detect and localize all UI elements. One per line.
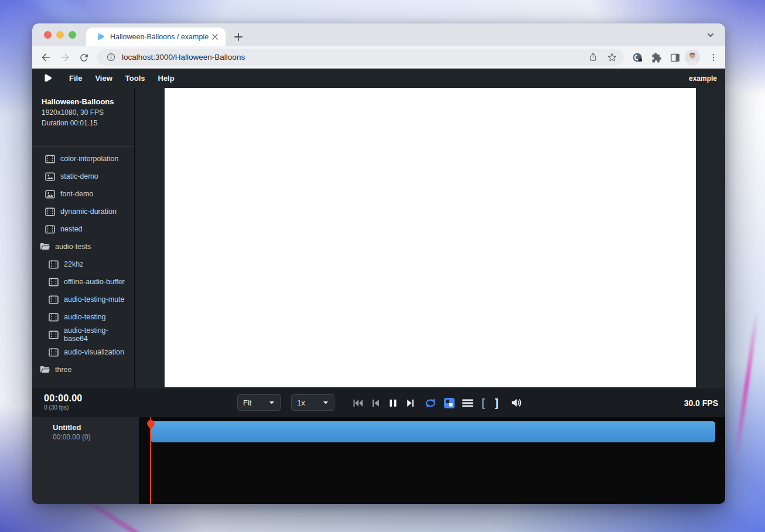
- film-icon: [49, 295, 59, 304]
- composition-item[interactable]: 22khz: [32, 255, 134, 273]
- speed-select-value: 1x: [297, 398, 305, 407]
- playhead-line[interactable]: [150, 417, 151, 504]
- back-button[interactable]: [39, 51, 52, 64]
- composition-item[interactable]: color-interpolation: [32, 150, 134, 168]
- film-icon: [49, 260, 59, 269]
- film-icon: [49, 313, 59, 322]
- timecode-value: 00:00.00: [44, 393, 83, 404]
- playback-speed-select[interactable]: 1x: [291, 394, 334, 411]
- address-bar[interactable]: localhost:3000/Halloween-Balloons: [97, 49, 624, 66]
- browser-tab[interactable]: Halloween-Balloons / example: [86, 28, 226, 46]
- compositions-sidebar: Halloween-Balloons 1920x1080, 30 FPS Dur…: [32, 88, 135, 388]
- next-frame-button[interactable]: [405, 396, 416, 410]
- film-icon: [45, 225, 55, 234]
- profile-avatar[interactable]: [685, 50, 700, 65]
- timeline-track-area[interactable]: [139, 417, 725, 504]
- composition-item[interactable]: font-demo: [32, 185, 134, 203]
- folder-open-icon: [40, 366, 50, 374]
- tab-title: Halloween-Balloons / example: [110, 33, 210, 41]
- new-tab-button[interactable]: [231, 30, 245, 44]
- menu-file[interactable]: File: [63, 70, 88, 86]
- loop-toggle-icon[interactable]: [424, 396, 437, 410]
- preview-area: [135, 88, 725, 388]
- composition-label: font-demo: [60, 190, 93, 198]
- volume-icon[interactable]: [510, 396, 523, 410]
- window-maximize-button[interactable]: [69, 31, 76, 39]
- chevron-down-icon: [269, 401, 275, 405]
- menu-tools[interactable]: Tools: [119, 70, 152, 86]
- composition-item[interactable]: audio-testing-mute: [32, 291, 134, 308]
- timecode-display: 00:00.00 0 (30 fps): [44, 393, 83, 411]
- site-info-icon[interactable]: [105, 52, 117, 63]
- composition-item[interactable]: audio-testing-base64: [32, 326, 134, 343]
- url-text: localhost:3000/Halloween-Balloons: [122, 53, 587, 62]
- extensions-puzzle-icon[interactable]: [650, 51, 662, 64]
- composition-canvas[interactable]: [165, 88, 696, 387]
- folder-item[interactable]: three: [32, 361, 134, 378]
- composition-title: Halloween-Balloons: [42, 97, 126, 106]
- password-extension-icon[interactable]: [631, 51, 644, 64]
- menu-view[interactable]: View: [88, 70, 118, 86]
- track-header: Untitled 00:00.00 (0): [32, 417, 139, 504]
- film-icon: [49, 278, 59, 287]
- composition-label: audio-testing-base64: [64, 326, 129, 343]
- composition-label: audio-testing-mute: [64, 295, 125, 303]
- tab-search-chevron-icon[interactable]: [705, 30, 716, 40]
- composition-item[interactable]: static-demo: [32, 168, 134, 185]
- previous-frame-button[interactable]: [370, 396, 381, 410]
- frame-info: 0 (30 fps): [44, 404, 83, 411]
- main-area: Halloween-Balloons 1920x1080, 30 FPS Dur…: [32, 88, 725, 388]
- studio-menu-bar: File View Tools Help example: [32, 69, 725, 88]
- composition-label: nested: [60, 225, 83, 233]
- composition-label: dynamic-duration: [60, 207, 117, 216]
- folder-label: audio-tests: [55, 243, 91, 251]
- pause-button[interactable]: [387, 396, 399, 410]
- image-icon: [45, 190, 55, 199]
- transport-controls: [352, 388, 416, 417]
- folder-item[interactable]: audio-tests: [32, 238, 134, 255]
- playback-bar: 00:00.00 0 (30 fps) Fit 1x: [32, 388, 725, 417]
- window-minimize-button[interactable]: [56, 31, 64, 39]
- transparency-checkerboard-toggle-icon[interactable]: [443, 396, 455, 410]
- side-panel-icon[interactable]: [668, 51, 681, 64]
- timeline-rows-toggle-icon[interactable]: [462, 396, 473, 410]
- fps-counter: 30.0 FPS: [684, 388, 718, 417]
- composition-label: 22khz: [64, 260, 83, 268]
- composition-label: static-demo: [60, 172, 98, 180]
- film-icon: [49, 330, 59, 339]
- composition-item[interactable]: offline-audio-buffer: [32, 273, 134, 291]
- composition-item[interactable]: audio-visualization: [32, 343, 134, 361]
- out-marker-button[interactable]: ]: [493, 397, 500, 410]
- tab-close-icon[interactable]: [210, 32, 220, 42]
- in-marker-button[interactable]: [: [480, 397, 487, 410]
- film-icon: [45, 155, 55, 163]
- reload-button[interactable]: [77, 51, 90, 64]
- track-subtitle: 00:00.00 (0): [53, 433, 134, 441]
- composition-item[interactable]: dynamic-duration: [32, 203, 134, 220]
- composition-item[interactable]: audio-testing: [32, 308, 134, 326]
- composition-item[interactable]: nested: [32, 220, 134, 238]
- browser-menu-icon[interactable]: [707, 51, 720, 64]
- tab-strip: Halloween-Balloons / example: [32, 23, 725, 46]
- timeline-panel: Untitled 00:00.00 (0): [32, 417, 725, 504]
- bookmark-star-icon[interactable]: [606, 52, 618, 63]
- composition-duration: Duration 00:01.15: [42, 119, 126, 127]
- chevron-down-icon: [323, 401, 329, 405]
- remotion-favicon-icon: [95, 32, 105, 42]
- track-title: Untitled: [53, 423, 134, 432]
- composition-format: 1920x1080, 30 FPS: [42, 108, 126, 117]
- remotion-logo-icon: [42, 73, 53, 84]
- zoom-select[interactable]: Fit: [237, 394, 281, 411]
- timeline-clip-bar[interactable]: [151, 421, 715, 442]
- skip-to-start-button[interactable]: [352, 396, 364, 410]
- window-close-button[interactable]: [44, 31, 52, 39]
- browser-toolbar: localhost:3000/Halloween-Balloons: [32, 46, 725, 69]
- share-icon[interactable]: [587, 52, 599, 63]
- playhead-marker[interactable]: [146, 420, 155, 429]
- menu-items: File View Tools Help: [63, 70, 181, 86]
- browser-window: Halloween-Balloons / example localhost:3…: [32, 23, 725, 504]
- folder-label: three: [55, 366, 72, 374]
- menu-help[interactable]: Help: [152, 70, 181, 86]
- composition-label: audio-visualization: [64, 348, 124, 356]
- forward-button[interactable]: [59, 51, 71, 64]
